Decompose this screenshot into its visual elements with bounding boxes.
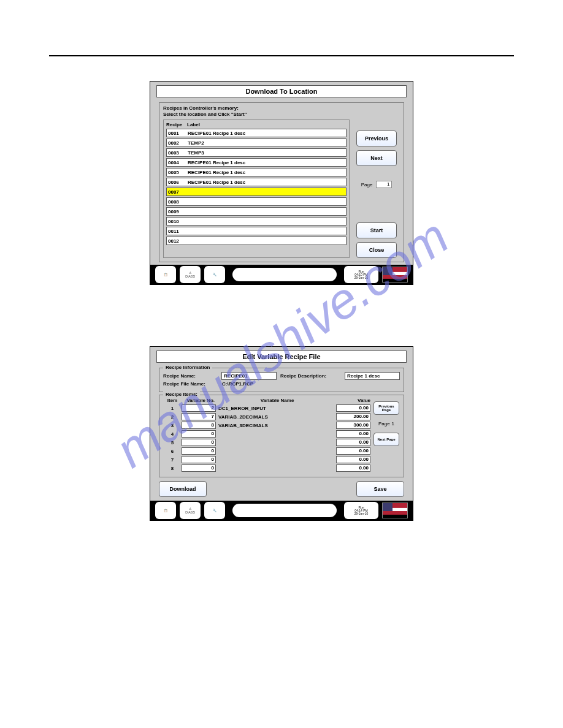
table-row: 700.00 [163, 456, 370, 463]
varno-input[interactable]: 0 [182, 464, 216, 472]
footer-icon-1b[interactable]: 📋 [155, 502, 176, 519]
instr-line-2: Select the location and Click "Start" [163, 112, 400, 118]
list-item[interactable]: 0004RECIPE01 Recipe 1 desc [166, 158, 347, 167]
footer-spacer-2 [232, 504, 337, 517]
value-input[interactable]: 0.00 [336, 447, 370, 455]
next-page-button[interactable]: Next Page [373, 433, 399, 446]
list-item[interactable]: 0012 [166, 237, 347, 245]
recipe-desc-input[interactable]: Recipe 1 desc [345, 372, 400, 380]
varno-input[interactable]: 2 [182, 404, 216, 412]
value-input[interactable]: 200.00 [336, 413, 370, 420]
list-item[interactable]: 0010 [166, 217, 347, 226]
flag-icon[interactable] [382, 267, 408, 282]
value-input[interactable]: 0.00 [336, 464, 370, 472]
previous-button[interactable]: Previous [356, 131, 397, 146]
diags-button[interactable]: ⚠DIAGS [180, 266, 201, 283]
list-item[interactable]: 0005RECIPE01 Recipe 1 desc [166, 168, 347, 176]
panel-title: Download To Location [156, 85, 407, 97]
table-row: 27VARIAB_2DECIMALS200.00 [163, 413, 370, 420]
footer-bar: 📋 ⚠DIAGS 🔧 Run 04:10 PM 29-Jan-10 [150, 265, 413, 284]
table-row: 800.00 [163, 464, 370, 472]
value-input[interactable]: 0.00 [336, 404, 370, 412]
table-row: 500.00 [163, 439, 370, 446]
table-row: 400.00 [163, 430, 370, 438]
value-input[interactable]: 300.00 [336, 422, 370, 429]
save-button[interactable]: Save [356, 481, 404, 497]
varno-input[interactable]: 7 [182, 413, 216, 420]
list-item[interactable]: 0006RECIPE01 Recipe 1 desc [166, 178, 347, 186]
fieldset-recipe-items: Recipe Items: [163, 392, 200, 397]
varno-input[interactable]: 0 [182, 456, 216, 463]
table-row: 600.00 [163, 447, 370, 455]
table-row: 38VARIAB_3DECIMALS300.00 [163, 422, 370, 429]
close-button[interactable]: Close [356, 242, 397, 258]
col-recipe: Recipe [166, 122, 187, 127]
page-label: Page [361, 182, 373, 188]
table-row: 12DC1_ERROR_INPUT0.00 [163, 404, 370, 412]
page-label-2: Page [378, 421, 390, 427]
instr-line-1: Recipes in Controller's memory: [163, 105, 400, 112]
varno-input[interactable]: 8 [182, 422, 216, 429]
col-value: Value [336, 398, 370, 403]
download-button[interactable]: Download [159, 481, 207, 497]
recipe-list: Recipe Label 0001RECIPE01 Recipe 1 desc0… [163, 119, 350, 258]
col-item: Item [163, 398, 182, 403]
list-item[interactable]: 0008 [166, 197, 347, 206]
varno-input[interactable]: 0 [182, 430, 216, 438]
list-item[interactable]: 0009 [166, 207, 347, 216]
list-item[interactable]: 0001RECIPE01 Recipe 1 desc [166, 129, 347, 137]
value-input[interactable]: 0.00 [336, 439, 370, 446]
page-value: 1 [376, 181, 392, 188]
list-item[interactable]: 0011 [166, 227, 347, 235]
varno-input[interactable]: 0 [182, 439, 216, 446]
footer-bar-2: 📋 ⚠DIAGS 🔧 Run 04:14 PM 29-Jan-10 [150, 501, 413, 520]
edit-recipe-panel: Edit Variable Recipe File Recipe Informa… [150, 346, 413, 521]
footer-icon-3b[interactable]: 🔧 [204, 502, 225, 519]
recipe-file-value: C:\RCP1.RCP [222, 381, 253, 387]
footer-spacer [232, 268, 337, 281]
list-item[interactable]: 0003TEMP3 [166, 148, 347, 157]
flag-icon-2[interactable] [382, 502, 408, 518]
status-badge-2: Run 04:14 PM 29-Jan-10 [344, 502, 378, 519]
panel-title-2: Edit Variable Recipe File [156, 351, 407, 363]
page-value-2: 1 [392, 421, 394, 427]
value-input[interactable]: 0.00 [336, 456, 370, 463]
col-varname: Variable Name [216, 398, 336, 403]
status-badge: Run 04:10 PM 29-Jan-10 [344, 266, 378, 283]
footer-icon-1[interactable]: 📋 [155, 266, 176, 283]
next-button[interactable]: Next [356, 150, 397, 166]
download-panel: Download To Location Recipes in Controll… [150, 81, 413, 285]
recipe-name-label: Recipe Name: [163, 373, 218, 379]
prev-page-button[interactable]: Previous Page [373, 401, 399, 415]
varno-input[interactable]: 0 [182, 447, 216, 455]
recipe-desc-label: Recipe Description: [280, 373, 341, 379]
footer-icon-3[interactable]: 🔧 [204, 266, 225, 283]
recipe-file-label: Recipe File Name: [163, 381, 218, 387]
col-varno: Variable No. [182, 398, 216, 403]
col-label: Label [187, 122, 200, 127]
fieldset-recipe-info: Recipe Information [163, 365, 212, 370]
value-input[interactable]: 0.00 [336, 430, 370, 438]
list-item[interactable]: 0002TEMP2 [166, 138, 347, 147]
start-button[interactable]: Start [356, 222, 397, 238]
list-item[interactable]: 0007 [166, 188, 347, 196]
recipe-name-input[interactable]: RECIPE01 [221, 372, 277, 380]
diags-button-2[interactable]: ⚠DIAGS [180, 502, 201, 519]
